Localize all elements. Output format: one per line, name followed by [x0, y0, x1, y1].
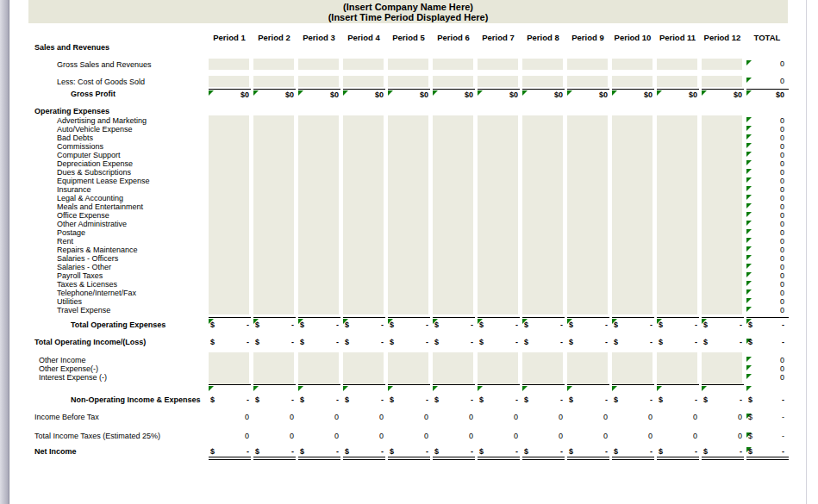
value-cell-income-taxes-p5[interactable]: 0 — [390, 432, 428, 440]
value-cell-income-taxes-p4[interactable]: 0 — [345, 432, 384, 440]
value-cell-expense-total[interactable]: 0 — [746, 237, 784, 246]
value-cell-net-income-p2[interactable]: $- — [255, 447, 294, 456]
value-cell-total-operating-expenses-p9[interactable]: $- — [569, 320, 608, 329]
value-cell-net-income-p11[interactable]: $- — [659, 447, 697, 456]
value-cell-total-operating-expenses-p2[interactable]: $- — [255, 320, 294, 329]
column-header-period-9[interactable]: Period 9 — [564, 34, 612, 42]
value-cell-income-before-tax-p6[interactable]: 0 — [434, 413, 473, 421]
input-cell-non-operating-p1[interactable] — [209, 352, 249, 384]
value-cell-net-income-p8[interactable]: $- — [524, 447, 563, 456]
input-cell-cogs-p11[interactable] — [657, 76, 697, 87]
column-header-period-10[interactable]: Period 10 — [609, 34, 657, 42]
value-cell-net-income-p3[interactable]: $- — [300, 447, 339, 456]
input-cell-gross-sales-p4[interactable] — [343, 59, 384, 70]
input-cell-non-operating-p2[interactable] — [253, 352, 294, 384]
row-label-cogs[interactable]: Less: Cost of Goods Sold — [57, 78, 145, 86]
value-cell-gross-profit-p5[interactable]: $0 — [390, 90, 428, 99]
value-cell-non-operating-p5[interactable]: $- — [390, 395, 428, 404]
input-cell-cogs-p7[interactable] — [478, 76, 518, 87]
input-cell-cogs-p12[interactable] — [702, 76, 742, 87]
input-cell-non-operating-p6[interactable] — [433, 352, 473, 384]
expense-item-label[interactable]: Bad Debts — [57, 134, 93, 142]
value-cell-net-income-p4[interactable]: $- — [345, 447, 384, 456]
value-cell-non-operating-p1[interactable]: $- — [210, 395, 249, 404]
value-cell-net-income-p9[interactable]: $- — [569, 447, 608, 456]
expense-item-label[interactable]: Telephone/Internet/Fax — [57, 289, 136, 297]
expense-item-label[interactable]: Office Expense — [57, 211, 109, 220]
value-cell-net-income-p12[interactable]: $- — [703, 447, 742, 456]
expense-item-label[interactable]: Computer Support — [57, 151, 121, 159]
value-cell-total-operating-expenses-p8[interactable]: $- — [524, 320, 563, 329]
value-cell-total-operating-expenses-p1[interactable]: $- — [210, 320, 249, 329]
value-cell-gross-profit-p11[interactable]: $0 — [659, 90, 697, 99]
value-cell-expense-total[interactable]: 0 — [746, 142, 784, 151]
input-cell-non-operating-p11[interactable] — [657, 352, 697, 384]
value-cell-income-taxes-p1[interactable]: 0 — [210, 432, 249, 440]
value-cell-total-operating-income-p11[interactable]: $- — [659, 338, 697, 346]
value-cell-income-before-tax-p9[interactable]: 0 — [569, 413, 608, 421]
input-cell-operating-expenses-p5[interactable] — [388, 115, 428, 314]
value-cell-gross-profit-total[interactable]: $0 — [746, 90, 784, 99]
value-cell-net-income-p5[interactable]: $- — [390, 447, 428, 456]
input-cell-cogs-p4[interactable] — [343, 76, 384, 87]
input-cell-operating-expenses-p3[interactable] — [298, 115, 339, 314]
input-cell-gross-sales-p5[interactable] — [388, 59, 428, 70]
value-cell-total-operating-expenses-total[interactable]: $- — [748, 320, 784, 329]
row-label-operating-heading[interactable]: Operating Expenses — [34, 107, 109, 115]
value-cell-expense-total[interactable]: 0 — [746, 194, 784, 202]
expense-item-label[interactable]: Rent — [57, 237, 73, 246]
value-cell-total-operating-income-p2[interactable]: $- — [255, 338, 294, 346]
value-cell-non-operating-total[interactable]: $- — [748, 395, 784, 404]
expense-item-label[interactable]: Payroll Taxes — [57, 271, 103, 280]
value-cell-total-operating-expenses-p3[interactable]: $- — [300, 320, 339, 329]
value-cell-income-before-tax-p7[interactable]: 0 — [479, 413, 518, 421]
column-header-period-2[interactable]: Period 2 — [250, 34, 298, 42]
column-header-period-11[interactable]: Period 11 — [653, 34, 702, 42]
value-cell-expense-total[interactable]: 0 — [746, 280, 784, 289]
value-cell-non-operating-p2[interactable]: $- — [255, 395, 294, 404]
expense-item-label[interactable]: Travel Expense — [57, 306, 110, 314]
input-cell-cogs-p5[interactable] — [388, 76, 428, 87]
value-cell-total-operating-income-p12[interactable]: $- — [703, 338, 742, 346]
input-cell-operating-expenses-p10[interactable] — [612, 115, 653, 314]
input-cell-operating-expenses-p1[interactable] — [209, 115, 249, 314]
value-cell-expense-total[interactable]: 0 — [746, 263, 784, 271]
value-cell-income-before-tax-p10[interactable]: 0 — [614, 413, 653, 421]
value-cell-non-operating-p6[interactable]: $- — [434, 395, 473, 404]
value-cell-other-expense-total[interactable]: 0 — [746, 364, 784, 373]
value-cell-total-operating-expenses-p4[interactable]: $- — [345, 320, 384, 329]
column-header-period-12[interactable]: Period 12 — [698, 34, 746, 42]
input-cell-operating-expenses-p11[interactable] — [657, 115, 697, 314]
value-cell-expense-total[interactable]: 0 — [746, 168, 784, 177]
value-cell-non-operating-p8[interactable]: $- — [524, 395, 563, 404]
value-cell-net-income-p7[interactable]: $- — [479, 447, 518, 456]
value-cell-gross-profit-p10[interactable]: $0 — [614, 90, 653, 99]
value-cell-expense-total[interactable]: 0 — [746, 185, 784, 194]
value-cell-net-income-total[interactable]: $- — [748, 447, 784, 456]
value-cell-income-taxes-p9[interactable]: 0 — [569, 432, 608, 440]
value-cell-total-operating-expenses-p12[interactable]: $- — [703, 320, 742, 329]
input-cell-non-operating-p7[interactable] — [478, 352, 518, 384]
input-cell-operating-expenses-p2[interactable] — [253, 115, 294, 314]
column-header-period-3[interactable]: Period 3 — [295, 34, 343, 42]
column-header-period-1[interactable]: Period 1 — [205, 34, 253, 42]
value-cell-net-income-p1[interactable]: $- — [210, 447, 249, 456]
value-cell-non-operating-p7[interactable]: $- — [479, 395, 518, 404]
column-header-period-6[interactable]: Period 6 — [429, 34, 478, 42]
column-header-period-8[interactable]: Period 8 — [519, 34, 567, 42]
input-cell-operating-expenses-p4[interactable] — [343, 115, 384, 314]
value-cell-non-operating-p9[interactable]: $- — [569, 395, 608, 404]
input-cell-gross-sales-p10[interactable] — [612, 59, 653, 70]
input-cell-non-operating-p5[interactable] — [388, 352, 428, 384]
value-cell-income-before-tax-p8[interactable]: 0 — [524, 413, 563, 421]
value-cell-income-before-tax-p5[interactable]: 0 — [390, 413, 428, 421]
value-cell-non-operating-p10[interactable]: $- — [614, 395, 653, 404]
input-cell-non-operating-p4[interactable] — [343, 352, 384, 384]
row-label-income-before-tax[interactable]: Income Before Tax — [34, 413, 99, 421]
input-cell-cogs-p1[interactable] — [209, 76, 249, 87]
value-cell-total-operating-income-p10[interactable]: $- — [614, 338, 653, 346]
expense-item-label[interactable]: Advertising and Marketing — [57, 116, 147, 125]
input-cell-cogs-p10[interactable] — [612, 76, 653, 87]
value-cell-expense-total[interactable]: 0 — [746, 271, 784, 280]
value-cell-non-operating-p12[interactable]: $- — [703, 395, 742, 404]
